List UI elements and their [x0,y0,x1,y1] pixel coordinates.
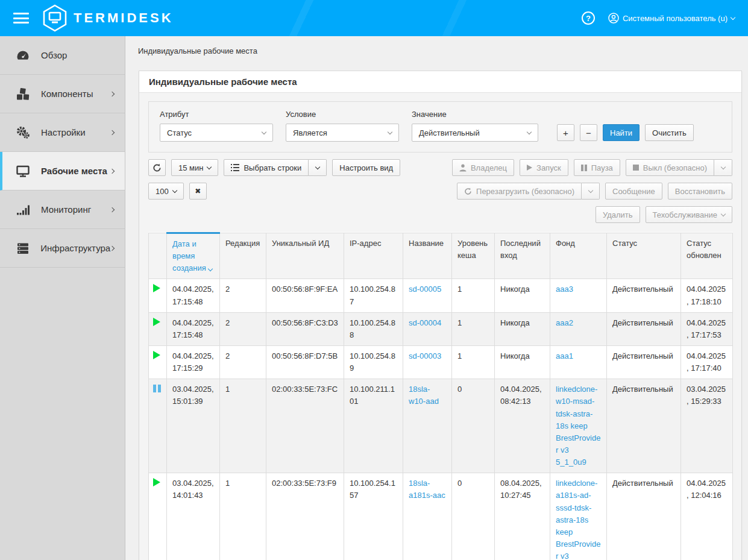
running-play-icon[interactable] [153,478,160,486]
name-link[interactable]: sd-00003 [409,351,441,360]
power-off-caret-button[interactable] [714,159,732,176]
sidebar-item-components[interactable]: Компоненты [0,75,125,113]
owner-button[interactable]: Владелец [452,159,514,176]
chevron-down-icon [731,14,735,19]
person-icon [459,164,467,172]
column-header-ip[interactable]: IP-адрес [344,233,403,279]
restore-button[interactable]: Восстановить [668,183,732,200]
column-header-uid[interactable]: Уникальный ИД [266,233,344,279]
maintenance-dropdown[interactable]: Техобслуживание [646,206,732,223]
cell-name: sd-00005 [403,279,452,312]
cell-pool: aaa3 [550,279,607,312]
cell-revision: 1 [220,379,266,473]
table-row: 04.04.2025, 17:15:29200:50:56:8F:D7:5B10… [149,345,733,379]
reboot-safe-button[interactable]: Перезагрузить (безопасно) [457,183,582,200]
clear-button[interactable]: Очистить [645,124,694,141]
column-header-state[interactable] [149,233,167,279]
name-link[interactable]: sd-00004 [409,318,441,327]
column-label: Название [409,239,444,248]
column-label: Уникальный ИД [272,239,329,248]
sidebar-item-monitoring[interactable]: Мониторинг [0,190,125,229]
column-header-status[interactable]: Статус [607,233,681,279]
maintenance-label: Техобслуживание [653,210,717,219]
cell-ip: 10.100.254.87 [344,279,403,312]
sidebar-item-settings[interactable]: Настройки [0,113,125,152]
cell-text: 2 [225,285,230,294]
chevron-down-icon [262,129,266,134]
help-icon[interactable]: ? [582,11,595,25]
paused-pause-icon[interactable] [153,385,156,392]
column-header-cache_level[interactable]: Уровень кеша [452,233,495,279]
state-cell [149,345,167,379]
column-header-status_updated[interactable]: Статус обновлен [681,233,733,279]
cell-created: 03.04.2025, 14:01:43 [167,473,220,560]
pool-link[interactable]: aaa2 [556,318,573,327]
cell-text: 04.04.2025, 17:15:48 [172,285,214,306]
column-header-revision[interactable]: Редакция [220,233,266,279]
name-link[interactable]: 18sla-w10-aad [409,385,439,406]
power-off-safe-button[interactable]: Выкл (безопасно) [626,159,714,176]
sidebar-item-overview[interactable]: Обзор [0,36,125,75]
sidebar-item-label: Мониторинг [41,204,91,215]
running-play-icon[interactable] [153,318,160,326]
pool-link[interactable]: aaa3 [556,285,573,294]
remove-filter-button[interactable]: − [580,124,597,141]
search-button[interactable]: Найти [603,124,640,141]
page-size-dropdown[interactable]: 100 [148,183,184,200]
pool-link[interactable]: aaa1 [556,351,573,360]
select-rows-label: Выбрать строки [244,163,301,172]
start-button[interactable]: Запуск [520,159,568,176]
add-filter-button[interactable]: + [557,124,574,141]
menu-icon[interactable] [13,13,29,24]
sidebar-item-label: Обзор [41,50,67,60]
cell-text: Действительный [612,351,673,360]
app-logo: TERMIDESK [42,4,174,32]
cell-uid: 02:00:33:5E:73:F9 [266,473,344,560]
running-play-icon[interactable] [153,284,160,292]
refresh-button[interactable] [148,159,166,176]
column-header-created[interactable]: Дата и время создания [167,233,220,279]
stop-icon [633,165,639,171]
pool-link[interactable]: linkedclone-w10-msad-tdsk-astra-18s keep… [556,385,600,467]
running-play-icon[interactable] [153,351,160,359]
cell-name: sd-00004 [403,312,452,345]
name-link[interactable]: 18sla-a181s-aac [409,479,445,500]
select-rows-button[interactable]: Выбрать строки [224,159,309,176]
cell-status: Действительный [607,473,681,560]
condition-select[interactable]: Является [286,124,399,142]
cell-text: 04.04.2025, 17:15:29 [172,351,214,373]
sidebar-item-workplaces[interactable]: Рабочие места [0,152,125,190]
column-header-last_login[interactable]: Последний вход [495,233,550,279]
chevron-right-icon [110,207,115,212]
interval-dropdown[interactable]: 15 мин [171,159,218,176]
cell-text: 02:00:33:5E:73:F9 [272,479,336,488]
state-cell [149,473,167,560]
configure-view-button[interactable]: Настроить вид [332,159,400,176]
cell-text: 1 [225,479,230,488]
pool-link[interactable]: linkedclone-a181s-ad-sssd-tdsk-astra-18s… [556,479,600,560]
column-header-name[interactable]: Название [403,233,452,279]
cell-uid: 00:50:56:8F:C3:D3 [266,312,344,345]
user-menu[interactable]: Системный пользователь (u) [608,13,735,24]
pause-button[interactable]: Пауза [574,159,620,176]
message-button[interactable]: Сообщение [605,183,662,200]
top-bar: TERMIDESK ? Системный пользователь (u) [0,0,748,36]
attribute-select[interactable]: Статус [160,124,273,142]
delete-button[interactable]: Удалить [596,206,640,223]
sidebar-item-infrastructure[interactable]: Инфраструктура [0,229,125,268]
cell-text: Никогда [500,318,530,327]
table-row: 03.04.2025, 15:01:39102:00:33:5E:73:FC10… [149,379,733,473]
reboot-caret-button[interactable] [582,183,600,200]
cell-text: 2 [225,351,230,360]
column-header-pool[interactable]: Фонд [550,233,607,279]
cell-text: 1 [225,385,230,394]
cell-status_updated: 04.04.2025, 17:18:10 [681,279,733,312]
clear-selection-button[interactable]: ✖ [189,183,207,200]
cell-cache_level: 1 [452,312,495,345]
cell-text: 0 [457,479,462,488]
cell-text: 1 [457,318,462,327]
cell-text: Действительный [612,285,673,294]
select-rows-caret-button[interactable] [309,159,327,176]
value-select[interactable]: Действительный [412,124,538,142]
name-link[interactable]: sd-00005 [409,285,441,294]
